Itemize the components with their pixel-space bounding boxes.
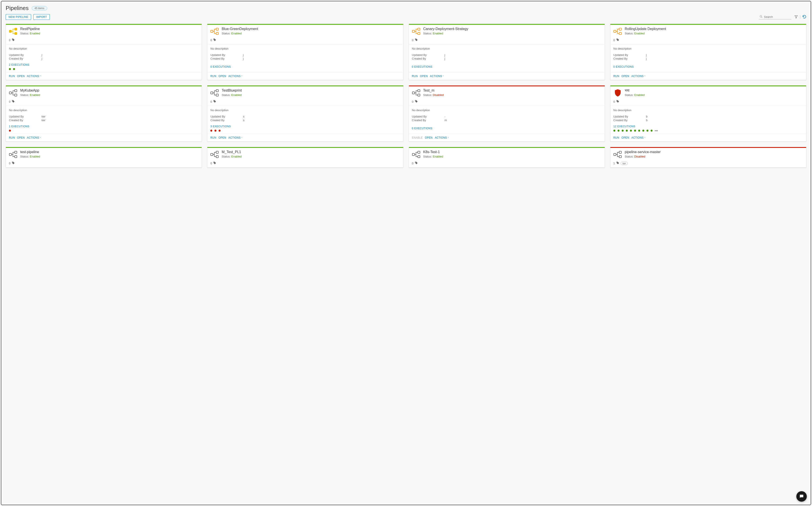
refresh-icon[interactable] [802, 15, 806, 19]
execution-dot [210, 130, 212, 132]
created-by-value: j [41, 57, 199, 60]
created-by-label: Created By [613, 57, 646, 60]
run-link[interactable]: RUN [613, 136, 619, 139]
tag-icon [415, 38, 418, 42]
pipeline-name[interactable]: Test_m [423, 89, 602, 92]
open-link[interactable]: OPEN [218, 136, 226, 139]
executions-link[interactable]: 3 EXECUTIONS [210, 125, 400, 128]
executions-link[interactable]: 12 EXECUTIONS [613, 125, 803, 128]
actions-menu[interactable]: ACTIONS⌃ [631, 136, 646, 139]
svg-rect-14 [619, 32, 621, 34]
pipeline-card: pipeline-service-masterStatus: Disabled1… [610, 147, 806, 168]
pipeline-name[interactable]: RestPipeline [20, 27, 199, 31]
created-by-value: j [646, 57, 803, 60]
svg-marker-2 [795, 15, 797, 18]
chevron-up-icon: ⌃ [644, 137, 646, 139]
run-link[interactable]: RUN [613, 75, 619, 78]
pipeline-card: Blue-GreenDeploymentStatus: Enabled0No d… [207, 24, 403, 80]
svg-rect-3 [9, 30, 11, 32]
executions-link[interactable]: 0 EXECUTIONS [210, 65, 400, 68]
svg-rect-10 [418, 28, 420, 30]
svg-rect-13 [619, 28, 621, 30]
tag-icon [616, 38, 619, 42]
pipeline-name[interactable]: K8s-Test-1 [423, 150, 602, 154]
actions-menu[interactable]: ACTIONS⌃ [631, 75, 646, 78]
filter-icon[interactable] [794, 15, 798, 19]
actions-menu[interactable]: ACTIONS⌃ [27, 75, 41, 78]
import-button[interactable]: IMPORT [33, 14, 50, 20]
pipeline-icon [9, 89, 18, 97]
actions-menu[interactable]: ACTIONS⌃ [430, 75, 444, 78]
run-link[interactable]: RUN [9, 136, 15, 139]
run-link[interactable]: RUN [412, 75, 418, 78]
tag-icon [12, 100, 15, 103]
run-link[interactable]: RUN [210, 136, 216, 139]
open-link[interactable]: OPEN [621, 136, 629, 139]
open-link[interactable]: OPEN [17, 136, 25, 139]
svg-rect-18 [211, 92, 213, 94]
executions-link[interactable]: 0 EXECUTIONS [412, 127, 602, 130]
chevron-up-icon: ⌃ [447, 137, 449, 139]
open-link[interactable]: OPEN [17, 75, 25, 78]
pipeline-name[interactable]: M_Test_PL1 [222, 150, 400, 154]
run-link[interactable]: RUN [9, 75, 15, 78]
tags-row: 0 [409, 161, 605, 168]
updated-by-value: j [243, 53, 400, 57]
svg-rect-30 [412, 153, 415, 156]
updated-by-label: Updated By [9, 53, 41, 57]
run-link[interactable]: RUN [210, 75, 216, 78]
enable-link[interactable]: ENABLE [412, 136, 423, 139]
chevron-up-icon: ⌃ [442, 75, 444, 77]
created-by-label: Created By [210, 118, 243, 122]
open-link[interactable]: OPEN [425, 136, 433, 139]
execution-dot [13, 68, 15, 70]
search-input[interactable] [764, 15, 791, 18]
pipeline-name[interactable]: test-pipeline [20, 150, 199, 154]
updated-by-value: ker [41, 115, 199, 118]
pipeline-description: No description [210, 108, 400, 112]
pipeline-name[interactable]: MyKubeApp [20, 89, 199, 92]
tags-count: 0 [412, 162, 414, 165]
svg-rect-26 [15, 156, 17, 158]
open-link[interactable]: OPEN [420, 75, 428, 78]
tag-icon [616, 100, 619, 103]
created-by-label: Created By [613, 118, 646, 122]
new-pipeline-button[interactable]: NEW PIPELINE [6, 14, 31, 20]
executions-link[interactable]: 1 EXECUTIONS [9, 125, 199, 128]
svg-rect-11 [418, 32, 420, 34]
pipeline-status: Status: Enabled [20, 155, 199, 158]
executions-link[interactable]: 0 EXECUTIONS [412, 65, 602, 68]
tags-count: 0 [210, 100, 212, 103]
created-by-label: Created By [9, 118, 41, 122]
items-count-badge: 45 items [32, 6, 47, 10]
pipeline-name[interactable]: Blue-GreenDeployment [222, 27, 400, 31]
executions-link[interactable]: 0 EXECUTIONS [613, 65, 803, 68]
pipeline-name[interactable]: Canary-Deployment-Strategy [423, 27, 602, 31]
created-by-label: Created By [412, 118, 445, 122]
pipeline-icon [613, 89, 622, 97]
tag-pill[interactable]: tan [621, 162, 628, 165]
execution-dot [9, 130, 11, 132]
pipeline-icon [210, 150, 219, 159]
pipeline-name[interactable]: TestBlueprint [222, 89, 400, 92]
pipeline-name[interactable]: RollingUpdate Deployment [625, 27, 803, 31]
actions-menu[interactable]: ACTIONS⌃ [229, 136, 243, 139]
execution-dot [638, 130, 640, 132]
pipeline-name[interactable]: pipeline-service-master [625, 150, 803, 154]
pipeline-card: K8s-Test-1Status: Enabled0 [409, 147, 605, 168]
svg-rect-7 [216, 28, 218, 30]
pipeline-status: Status: Enabled [423, 155, 602, 158]
pipeline-name[interactable]: भया [625, 89, 803, 92]
open-link[interactable]: OPEN [621, 75, 629, 78]
tags-count: 0 [210, 162, 212, 165]
executions-link[interactable]: 2 EXECUTIONS [9, 63, 199, 66]
actions-menu[interactable]: ACTIONS⌃ [435, 136, 449, 139]
actions-menu[interactable]: ACTIONS⌃ [229, 75, 243, 78]
chevron-up-icon: ⌃ [644, 75, 646, 77]
execution-dot [626, 130, 628, 132]
pipeline-icon [9, 27, 18, 36]
chat-widget-button[interactable] [796, 491, 807, 502]
actions-menu[interactable]: ACTIONS⌃ [27, 136, 41, 139]
open-link[interactable]: OPEN [218, 75, 226, 78]
pipeline-icon [412, 27, 421, 36]
